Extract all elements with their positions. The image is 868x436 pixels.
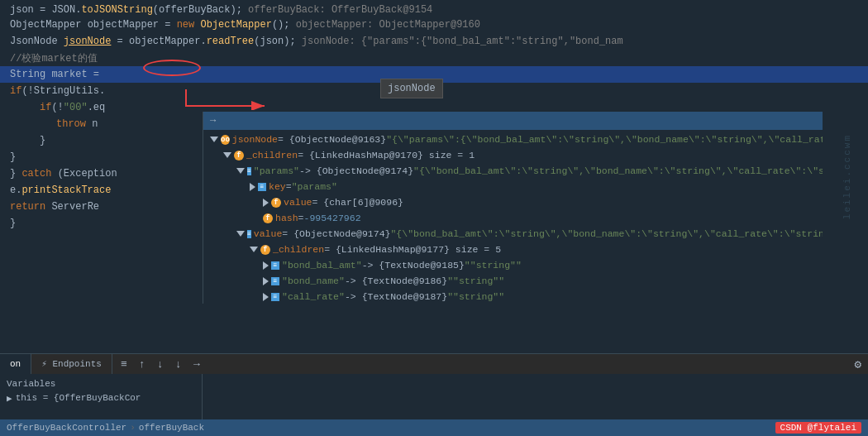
tree-bond-name[interactable]: ≡ "bond_name" -> {TextNode@9186} ""strin… [203, 273, 823, 289]
main-container: json = JSON.toJSONString(offerBuyBack); … [0, 0, 868, 436]
tab-action-icons: ≡ ↑ ↓ ↓ → [112, 357, 208, 371]
variables-header: Variables [3, 377, 198, 390]
up-icon[interactable]: ↑ [136, 357, 149, 371]
map-icon-params: ≡ [247, 167, 251, 175]
expand-icon-params[interactable] [236, 168, 245, 174]
object-icon-children: f [234, 151, 244, 161]
expand-this-icon[interactable]: ▶ [7, 393, 12, 404]
expand-icon-char[interactable] [263, 199, 269, 207]
red-arrow [182, 85, 281, 113]
jsonnode-circle [143, 60, 201, 76]
map-icon-key: ≡ [258, 183, 266, 191]
breadcrumb-part2[interactable]: offerBuyBack [139, 423, 204, 433]
code-method: toJSONString [81, 4, 152, 16]
tree-value-objectnode[interactable]: ≡ value = {ObjectNode@9174} "{\"bond_bal… [203, 226, 823, 242]
bottom-panel: on ⚡ Endpoints ≡ ↑ ↓ ↓ → ⚙ Variables ▶ [0, 353, 868, 436]
tree-root-row[interactable]: oo jsonNode = {ObjectNode@9163} "{\"para… [203, 132, 823, 147]
line3-comment: jsonNode: {"params":{"bond_bal_amt":"str… [302, 36, 623, 47]
download-icon[interactable]: ↓ [172, 357, 185, 371]
object-icon-root: oo [221, 135, 230, 145]
code-line-2: ObjectMapper objectMapper = new ObjectMa… [0, 17, 868, 33]
map-icon-bn: ≡ [271, 277, 279, 285]
tree-header: → [203, 112, 823, 130]
down-icon[interactable]: ↓ [154, 357, 167, 371]
tree-call-rate[interactable]: ≡ "call_rate" -> {TextNode@9187} ""strin… [203, 289, 823, 304]
tree-body: oo jsonNode = {ObjectNode@9163} "{\"para… [203, 130, 823, 304]
tree-hash-row: f hash = -995427962 [203, 210, 823, 226]
tree-params-key[interactable]: ≡ key = "params" [203, 179, 823, 194]
expand-icon-cr[interactable] [263, 293, 269, 301]
tree-params-entry[interactable]: ≡ "params" -> {ObjectNode@9174} "{\"bond… [203, 163, 823, 179]
var-this-row[interactable]: ▶ this = {OfferBuyBackCor [3, 390, 198, 405]
line2-comment: objectMapper: ObjectMapper@9160 [296, 19, 480, 31]
arrow-icon[interactable]: → [190, 357, 203, 371]
expand-icon-key[interactable] [250, 183, 255, 191]
tree-bond-bal-amt[interactable]: ≡ "bond_bal_amt" -> {TextNode@9185} ""st… [203, 257, 823, 273]
map-icon-value: ≡ [247, 230, 251, 238]
tab-endpoints[interactable]: ⚡ Endpoints [31, 354, 112, 374]
object-icon-children5: f [260, 245, 270, 255]
bottom-content: Variables ▶ this = {OfferBuyBackCor Offe… [0, 374, 868, 436]
map-icon-cr: ≡ [271, 293, 279, 301]
autocomplete-popup: jsonNode [380, 79, 443, 98]
tree-char-value[interactable]: f value = {char[6]@9096} [203, 194, 823, 210]
code-area: json = JSON.toJSONString(offerBuyBack); … [0, 0, 868, 353]
tab-on[interactable]: on [0, 354, 31, 374]
object-icon-char: f [271, 198, 281, 208]
tree-children-5[interactable]: f _children = {LinkedHashMap@9177} size … [203, 242, 823, 257]
map-icon-bba: ≡ [271, 261, 279, 270]
code-line-3: JsonNode jsonNode = objectMapper.readTre… [0, 33, 868, 50]
breadcrumb: OfferBuyBackController › offerBuyBack CS… [0, 419, 868, 436]
code-line-4: //校验market的值 [0, 50, 868, 66]
debug-tree-panel: → oo jsonNode = {ObjectNode@9163} "{\"pa… [203, 112, 823, 304]
expand-icon-children5[interactable] [250, 247, 258, 252]
autocomplete-text: jsonNode [388, 83, 436, 94]
tree-children-row[interactable]: f _children = {LinkedHashMap@9170} size … [203, 147, 823, 163]
csdn-badge: CSDN @flytalei [775, 422, 861, 434]
expand-icon-children[interactable] [223, 152, 231, 158]
code-text: json = JSON. [10, 4, 81, 16]
code-comment: offerBuyBack: OfferBuyBack@9154 [248, 4, 432, 16]
bottom-tabs: on ⚡ Endpoints ≡ ↑ ↓ ↓ → ⚙ [0, 354, 868, 374]
object-icon-hash: f [263, 213, 273, 223]
breadcrumb-sep: › [130, 423, 136, 433]
expand-icon-bn[interactable] [263, 277, 269, 285]
filter-icon[interactable]: ≡ [117, 357, 131, 371]
code-line-1: json = JSON.toJSONString(offerBuyBack); … [0, 0, 868, 17]
expand-icon-root[interactable] [210, 137, 218, 142]
expand-icon-bba[interactable] [263, 261, 269, 270]
breadcrumb-part1[interactable]: OfferBuyBackController [7, 423, 126, 433]
gear-button[interactable]: ⚙ [855, 357, 861, 371]
expand-icon-value[interactable] [236, 231, 245, 237]
jsonnode-var: jsonNode [64, 36, 112, 47]
